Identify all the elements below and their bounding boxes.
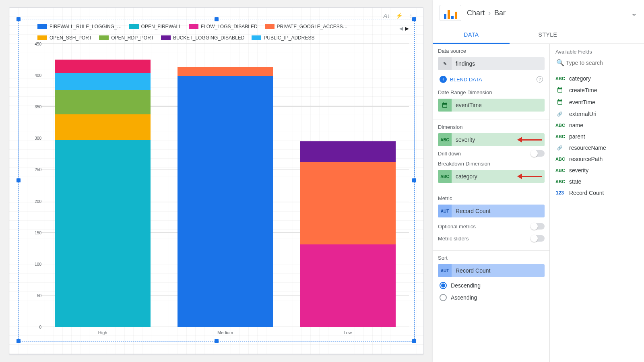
field-item[interactable]: 🔗externalUri xyxy=(550,108,644,120)
drill-down-toggle[interactable] xyxy=(531,150,545,157)
legend-pager[interactable]: ◀ ▶ xyxy=(399,25,409,31)
blend-data-button[interactable]: + BLEND DATA ? xyxy=(438,72,545,86)
data-source-chip[interactable]: ✎ findings xyxy=(438,57,545,70)
field-name: category xyxy=(569,75,591,82)
calendar-icon xyxy=(438,99,452,112)
legend-next-icon[interactable]: ▶ xyxy=(405,25,409,31)
legend-swatch xyxy=(37,24,47,29)
resize-handle[interactable] xyxy=(17,17,21,21)
breadcrumb-type: Bar xyxy=(494,9,506,17)
legend-swatch xyxy=(189,24,198,29)
abc-icon: ABC xyxy=(555,157,564,161)
bar-segment[interactable] xyxy=(178,76,273,327)
plus-icon: + xyxy=(440,76,447,83)
resize-handle[interactable] xyxy=(17,339,21,343)
optional-metrics-toggle[interactable] xyxy=(531,223,545,230)
panel-breadcrumb[interactable]: Chart › Bar xyxy=(467,9,625,17)
legend-item[interactable]: FIREWALL_RULE_LOGGING_… xyxy=(37,24,122,29)
breakdown-dimension-chip[interactable]: ABC category xyxy=(438,170,545,183)
y-tick-label: 250 xyxy=(35,168,41,172)
resize-handle[interactable] xyxy=(17,178,21,182)
date-range-dimension-chip[interactable]: eventTime xyxy=(438,99,545,112)
available-fields-header: Available Fields xyxy=(550,44,644,57)
collapse-panel-icon[interactable]: ⌄ xyxy=(631,8,638,18)
date-range-dimension-value: eventTime xyxy=(452,102,545,108)
field-item[interactable]: 🔗resourceName xyxy=(550,142,644,153)
metric-label: Metric xyxy=(438,195,545,201)
aut-icon: AUT xyxy=(438,264,452,277)
legend-swatch xyxy=(265,24,275,29)
resize-handle[interactable] xyxy=(412,17,416,21)
y-tick-label: 50 xyxy=(37,293,41,298)
tab-data[interactable]: DATA xyxy=(433,26,510,43)
report-canvas[interactable]: A↓ ⚡ ⋮ FIREWALL_RULE_LOGGING_…OPEN_FIREW… xyxy=(9,7,424,355)
dimension-chip[interactable]: ABC severity xyxy=(438,133,545,146)
field-item[interactable]: 123Record Count xyxy=(550,187,644,199)
sort-field-chip[interactable]: AUT Record Count xyxy=(438,264,545,277)
legend-item[interactable]: OPEN_FIREWALL xyxy=(129,24,182,29)
field-item[interactable]: ABCresourcePath xyxy=(550,153,644,165)
sort-icon[interactable]: A↓ xyxy=(384,12,390,19)
metric-chip[interactable]: AUT Record Count xyxy=(438,205,545,217)
legend-text: FLOW_LOGS_DISABLED xyxy=(201,24,258,29)
legend-swatch xyxy=(161,35,171,40)
field-item[interactable]: ABCcategory xyxy=(550,73,644,84)
resize-handle[interactable] xyxy=(412,178,416,182)
bar-segment[interactable] xyxy=(55,73,150,90)
link-icon: 🔗 xyxy=(555,145,564,151)
field-name: externalUri xyxy=(569,111,597,117)
resize-handle[interactable] xyxy=(215,17,219,21)
bar-group xyxy=(55,44,150,327)
y-axis: 050100150200250300350400450 xyxy=(29,44,41,327)
resize-handle[interactable] xyxy=(215,339,219,343)
legend-item[interactable]: BUCKET_LOGGING_DISABLED xyxy=(161,35,244,41)
resize-handle[interactable] xyxy=(412,339,416,343)
field-item[interactable]: createTime xyxy=(550,84,644,96)
field-item[interactable]: ABCname xyxy=(550,120,644,131)
legend-text: OPEN_RDP_PORT xyxy=(111,35,154,41)
legend-prev-icon[interactable]: ◀ xyxy=(399,25,403,31)
bar-segment[interactable] xyxy=(55,114,150,140)
legend-item[interactable]: OPEN_RDP_PORT xyxy=(99,35,154,41)
field-name: eventTime xyxy=(569,99,595,105)
abc-icon: ABC xyxy=(555,179,564,184)
blend-data-label: BLEND DATA xyxy=(450,77,482,83)
fields-search-input[interactable] xyxy=(555,57,638,69)
abc-icon: ABC xyxy=(438,170,452,183)
bar-segment[interactable] xyxy=(55,140,150,327)
field-item[interactable]: ABCstate xyxy=(550,176,644,187)
field-item[interactable]: ABCparent xyxy=(550,131,644,142)
breadcrumb-sep-icon: › xyxy=(488,9,491,17)
sort-ascending-radio[interactable]: Ascending xyxy=(438,292,545,304)
field-item[interactable]: ABCseverity xyxy=(550,165,644,176)
legend-item[interactable]: PRIVATE_GOOGLE_ACCESS… xyxy=(265,24,348,29)
breakdown-dimension-label: Breakdown Dimension xyxy=(438,161,545,167)
dimension-label: Dimension xyxy=(438,124,545,130)
bar-segment[interactable] xyxy=(178,67,273,76)
lightning-icon[interactable]: ⚡ xyxy=(396,12,402,19)
field-item[interactable]: eventTime xyxy=(550,96,644,108)
tab-style[interactable]: STYLE xyxy=(510,26,586,43)
available-fields-column: Available Fields 🔍 ABCcategorycreateTime… xyxy=(550,44,644,362)
link-icon: 🔗 xyxy=(555,112,564,117)
legend-item[interactable]: OPEN_SSH_PORT xyxy=(37,35,92,41)
panel-tabs: DATA STYLE xyxy=(433,26,644,44)
legend-text: PUBLIC_IP_ADDRESS xyxy=(264,35,314,41)
help-icon[interactable]: ? xyxy=(537,76,543,83)
sort-descending-radio[interactable]: Descending xyxy=(438,279,545,292)
abc-icon: ABC xyxy=(438,133,452,146)
metric-value: Record Count xyxy=(452,208,545,214)
legend-item[interactable]: FLOW_LOGS_DISABLED xyxy=(189,24,258,29)
config-column: Data source ✎ findings + BLEND DATA ? Da… xyxy=(433,44,550,362)
bar-segment[interactable] xyxy=(300,244,395,327)
data-source-label: Data source xyxy=(438,48,545,54)
bar-segment[interactable] xyxy=(300,141,395,162)
bar-segment[interactable] xyxy=(55,90,150,114)
chart-type-thumb[interactable] xyxy=(440,5,461,21)
metric-sliders-toggle[interactable] xyxy=(531,235,545,242)
sort-descending-label: Descending xyxy=(451,282,481,289)
bar-segment[interactable] xyxy=(300,162,395,245)
date-range-dimension-label: Date Range Dimension xyxy=(438,89,545,95)
bar-segment[interactable] xyxy=(55,60,150,73)
legend-item[interactable]: PUBLIC_IP_ADDRESS xyxy=(252,35,314,41)
